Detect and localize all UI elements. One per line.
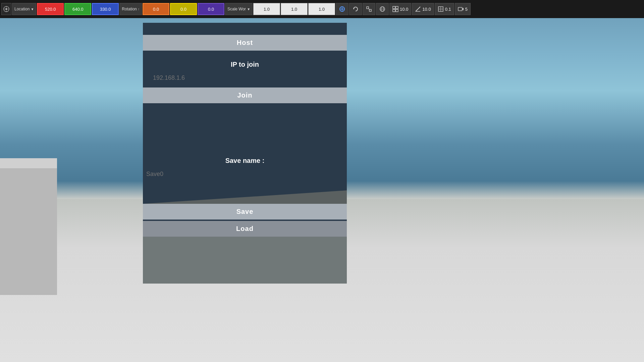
svg-rect-20 (396, 9, 398, 12)
scale-x-input[interactable] (253, 3, 280, 15)
scale-snap-button[interactable]: 0.1 (435, 3, 454, 15)
save-name-label: Save name : (143, 154, 347, 168)
toolbar: Location ▼ Rotation ↑ Scale Wor ▼ (0, 0, 644, 18)
svg-rect-17 (393, 6, 395, 9)
main-dialog: Host IP to join Join Save name : Save Lo… (143, 23, 347, 284)
svg-rect-18 (396, 6, 398, 9)
location-z-input[interactable] (92, 3, 119, 15)
rotation-z-input[interactable] (198, 3, 224, 15)
background-cube-top (0, 158, 57, 168)
rotation-label: Rotation (122, 7, 137, 11)
load-button[interactable]: Load (143, 221, 347, 237)
dialog-middle-spacer (143, 103, 347, 147)
dialog-header-spacer (143, 23, 347, 35)
svg-rect-12 (369, 9, 371, 11)
ip-section: IP to join (143, 51, 347, 87)
rotation-x-input[interactable] (143, 3, 169, 15)
save-name-section: Save name : (143, 147, 347, 184)
rotation-arrow: ↑ (138, 7, 140, 11)
camera-value: 5 (465, 7, 468, 12)
scale-label: Scale Wor (227, 7, 246, 11)
svg-rect-11 (367, 7, 369, 9)
transform-button[interactable] (363, 3, 375, 15)
ip-input[interactable] (150, 72, 340, 84)
angle-value: 10.0 (422, 7, 431, 12)
join-button[interactable]: Join (143, 87, 347, 103)
scale-snap-value: 0.1 (445, 7, 451, 12)
svg-rect-26 (458, 7, 462, 11)
svg-rect-19 (393, 9, 395, 12)
scale-z-input[interactable] (308, 3, 335, 15)
rotation-y-input[interactable] (170, 3, 197, 15)
grid-snap-button[interactable]: 10.0 (389, 3, 411, 15)
angle-snap-button[interactable]: 10.0 (412, 3, 434, 15)
dialog-save-area (143, 184, 347, 204)
location-arrow: ▼ (31, 7, 34, 11)
location-dropdown[interactable]: Location ▼ (12, 3, 36, 15)
transform-mode-icon[interactable] (1, 3, 11, 15)
grid-value: 10.0 (400, 7, 408, 12)
globe-button[interactable] (376, 3, 389, 15)
scale-dropdown[interactable]: Scale Wor ▼ (225, 3, 253, 15)
scale-y-input[interactable] (281, 3, 308, 15)
snap-button[interactable] (336, 3, 348, 15)
svg-line-13 (369, 8, 369, 10)
rotation-dropdown[interactable]: Rotation ↑ (119, 3, 142, 15)
host-button[interactable]: Host (143, 35, 347, 51)
location-x-input[interactable] (37, 3, 64, 15)
background-cube (0, 168, 57, 295)
svg-point-9 (341, 8, 343, 10)
camera-speed-button[interactable]: 5 (455, 3, 471, 15)
dialog-bottom-area (143, 237, 347, 284)
ip-to-join-label: IP to join (150, 57, 340, 72)
location-y-input[interactable] (64, 3, 91, 15)
save-name-input[interactable] (143, 168, 347, 180)
location-label: Location (14, 7, 30, 11)
refresh-button[interactable] (349, 3, 362, 15)
scale-arrow: ▼ (247, 7, 250, 11)
save-button[interactable]: Save (143, 204, 347, 220)
svg-point-1 (5, 8, 7, 10)
svg-line-21 (416, 7, 420, 11)
